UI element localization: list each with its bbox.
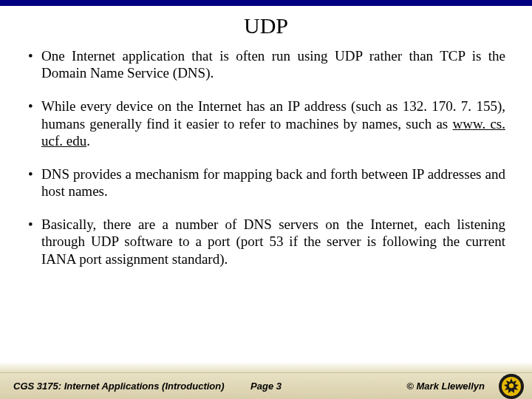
bullet-marker: • — [27, 47, 41, 81]
bullet-item: • While every device on the Internet has… — [27, 98, 505, 149]
bullet-item: • DNS provides a mechanism for mapping b… — [27, 166, 505, 200]
text-segment: . — [86, 133, 90, 149]
bullet-marker: • — [27, 166, 41, 200]
footer-bar: CGS 3175: Internet Applications (Introdu… — [0, 372, 532, 399]
footer-copyright: © Mark Llewellyn — [406, 381, 485, 392]
bullet-marker: • — [27, 216, 41, 267]
bullet-text: Basically, there are a number of DNS ser… — [41, 216, 505, 267]
bullet-text: DNS provides a mechanism for mapping bac… — [41, 166, 505, 200]
slide-content: • One Internet application that is often… — [0, 47, 532, 267]
svg-point-2 — [509, 383, 514, 387]
slide-footer: CGS 3175: Internet Applications (Introdu… — [0, 362, 532, 399]
slide-title: UDP — [0, 6, 532, 47]
bullet-text: One Internet application that is often r… — [41, 47, 505, 81]
ucf-logo-icon — [498, 373, 525, 400]
top-accent-bar — [0, 0, 532, 6]
footer-page-number: Page 3 — [250, 381, 282, 392]
footer-course-title: CGS 3175: Internet Applications (Introdu… — [13, 381, 265, 392]
text-segment: While every device on the Internet has a… — [41, 98, 505, 131]
bullet-text: While every device on the Internet has a… — [41, 98, 505, 149]
bullet-item: • One Internet application that is often… — [27, 47, 505, 81]
bullet-item: • Basically, there are a number of DNS s… — [27, 216, 505, 267]
footer-gradient — [0, 362, 532, 372]
bullet-marker: • — [27, 98, 41, 149]
